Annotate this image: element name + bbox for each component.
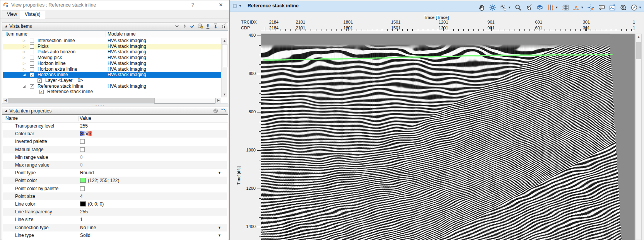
column-name[interactable]: Name (5, 116, 18, 121)
pan-hand-icon[interactable] (478, 4, 485, 11)
tree-row[interactable]: ✓Reference stack inline (3, 89, 222, 95)
viewer-vertical-scrollbar[interactable]: ▲ (635, 34, 642, 240)
property-row[interactable]: Line typeSolid▼ (3, 231, 227, 239)
property-checkbox[interactable] (80, 186, 85, 191)
property-row[interactable]: Point size4 (3, 192, 227, 200)
chevron-down-icon[interactable] (174, 23, 180, 29)
expand-arrow-icon[interactable]: ▷ (23, 55, 26, 61)
column-item-name[interactable]: Item name (5, 31, 27, 37)
column-divider[interactable] (78, 116, 79, 121)
gear-icon[interactable] (489, 4, 496, 11)
property-row[interactable]: Color barStack (3, 130, 227, 138)
property-value[interactable]: No Line (80, 224, 96, 231)
item-checkbox[interactable] (30, 39, 34, 43)
scroll-thumb[interactable] (154, 98, 215, 104)
item-checkbox[interactable]: ✓ (38, 78, 42, 83)
target-icon[interactable] (212, 108, 219, 114)
chevron-right-icon[interactable] (181, 23, 188, 29)
column-divider[interactable] (106, 31, 106, 37)
tree-row[interactable]: ▷Picks auto horizonHVA stack imaging (3, 49, 222, 55)
collapse-arrow-icon[interactable]: ◢ (23, 72, 26, 78)
move-down-icon[interactable] (212, 23, 219, 29)
expand-arrow-icon[interactable]: ▷ (23, 44, 26, 49)
item-checkbox[interactable] (30, 67, 34, 71)
item-checkbox[interactable] (30, 44, 34, 49)
property-row[interactable]: Point color(122; 255; 122) (3, 177, 227, 184)
magnifier-icon[interactable] (514, 4, 522, 11)
tree-row[interactable]: ✓Layer <Layer__0> (3, 78, 222, 83)
expand-arrow-icon[interactable]: ▷ (23, 66, 26, 72)
tree-row[interactable]: ◢✓Reference stack inlineHVA stack imagin… (3, 83, 222, 89)
property-checkbox[interactable] (80, 139, 85, 144)
item-checkbox[interactable]: ✓ (39, 90, 44, 94)
property-row[interactable]: Point color by palette (3, 185, 227, 192)
dropdown-caret-icon[interactable]: ▼ (581, 6, 584, 9)
tree-vertical-scrollbar[interactable]: ▲ ▼ (221, 38, 227, 97)
dropdown-caret-icon[interactable]: ▼ (508, 6, 511, 9)
properties-column-header[interactable]: Name Value (2, 115, 228, 123)
property-row[interactable]: Line size1 (3, 216, 227, 223)
dropdown-caret-icon[interactable]: ▼ (218, 231, 221, 239)
column-module-name[interactable]: Module name (108, 31, 136, 37)
mouse-mode-icon[interactable] (220, 23, 227, 29)
property-checkbox[interactable] (80, 147, 85, 152)
vista-item-properties-header[interactable]: ◢ Vista item properties (2, 107, 228, 115)
item-checkbox[interactable]: ✓ (30, 84, 34, 89)
tab-vistas[interactable]: Vista(s) (20, 10, 45, 19)
property-row[interactable]: Point typeRound▼ (3, 169, 227, 177)
scroll-up-button[interactable]: ▲ (636, 34, 641, 40)
database-lock-icon[interactable] (197, 23, 203, 29)
expand-arrow-icon[interactable]: ▷ (23, 38, 26, 44)
property-row[interactable]: Manual range (3, 146, 227, 153)
record-icon[interactable] (620, 4, 627, 11)
tree-row[interactable]: ▷PicksHVA stack imaging (3, 44, 222, 49)
item-checkbox[interactable] (30, 50, 34, 54)
scroll-thumb[interactable] (222, 44, 227, 67)
compass-icon[interactable]: ▼ (630, 4, 642, 11)
crosshair-pick-icon[interactable] (587, 4, 594, 11)
tree-horizontal-scrollbar[interactable]: ◀ ▶ (3, 98, 221, 103)
expand-arrow-icon[interactable]: ▷ (23, 49, 26, 55)
expand-arrow-icon[interactable]: ▷ (23, 61, 26, 66)
dropdown-caret-icon[interactable]: ▼ (218, 224, 221, 231)
panel-menu-icon[interactable]: ▼ (232, 3, 242, 9)
scroll-right-button[interactable]: ▶ (216, 98, 221, 103)
collapse-arrow-icon[interactable]: ◢ (23, 83, 26, 89)
histogram-icon[interactable]: ▼ (572, 4, 584, 11)
dropdown-caret-icon[interactable]: ▼ (218, 169, 221, 177)
property-row[interactable]: Min range value0 (3, 153, 227, 161)
grid-wiggle-icon[interactable] (562, 4, 569, 11)
tree-row[interactable]: ◢✓Horizons inlineHVA stack imaging (3, 72, 222, 78)
property-row[interactable]: Max range value0 (3, 161, 227, 169)
tree-column-header[interactable]: Item name Module name (2, 31, 228, 38)
close-button[interactable]: ✕ (217, 2, 225, 9)
scroll-up-button[interactable]: ▲ (222, 38, 227, 44)
property-value[interactable]: Solid (80, 231, 91, 239)
property-row[interactable]: Inverted palette (3, 138, 227, 145)
mouse-mode-icon[interactable] (525, 4, 533, 11)
comment-icon[interactable] (598, 4, 605, 11)
scroll-down-button[interactable]: ▼ (222, 92, 227, 97)
column-value[interactable]: Value (80, 116, 91, 121)
fit-view-icon[interactable]: ▼ (500, 4, 511, 11)
scroll-thumb[interactable] (636, 42, 641, 59)
tree-row[interactable]: ▷Horizon extra inlineHVA stack imaging (3, 66, 222, 72)
scroll-left-button[interactable]: ◀ (3, 98, 8, 103)
apply-check-icon[interactable] (189, 23, 196, 29)
property-row[interactable]: Transparency level255 (3, 122, 227, 130)
tree-row[interactable]: ▷Moving pickHVA stack imaging (3, 55, 222, 61)
item-checkbox[interactable] (30, 61, 34, 66)
dropdown-caret-icon[interactable]: ▼ (639, 6, 642, 9)
layers-icon[interactable] (536, 4, 543, 11)
property-value[interactable]: Round (80, 169, 94, 177)
tree-row[interactable]: ▷Horizon inlineHVA stack imaging (3, 61, 222, 66)
vista-items-header[interactable]: ◢ Vista items (2, 22, 228, 30)
property-row[interactable]: Connection typeNo Line▼ (3, 224, 227, 231)
panel-splitter-handle[interactable] (237, 169, 238, 170)
color-swatch[interactable] (80, 178, 86, 183)
seismic-section-canvas[interactable] (261, 34, 634, 240)
property-row[interactable]: Line color(0; 0; 0) (3, 200, 227, 208)
move-up-icon[interactable] (205, 23, 211, 29)
wiggle-display-icon[interactable]: ▼ (547, 4, 558, 11)
image-export-icon[interactable] (609, 4, 616, 11)
